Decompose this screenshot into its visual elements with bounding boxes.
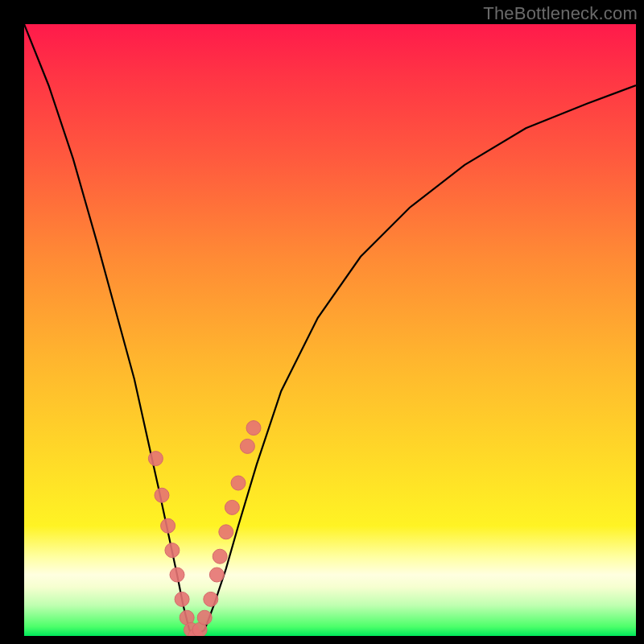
curve-marker xyxy=(161,518,175,533)
curve-markers xyxy=(148,421,261,636)
curve-marker xyxy=(175,592,189,606)
curve-marker xyxy=(197,610,212,625)
curve-marker xyxy=(155,488,169,502)
curve-marker xyxy=(148,452,163,466)
curve-marker xyxy=(170,568,184,582)
curve-marker xyxy=(213,549,227,564)
curve-marker xyxy=(165,543,180,558)
bottleneck-curve xyxy=(24,24,636,636)
curve-marker xyxy=(209,568,224,582)
plot-area xyxy=(24,24,636,636)
curve-marker xyxy=(246,421,261,436)
curve-marker xyxy=(231,476,246,490)
curve-marker xyxy=(219,525,233,539)
curve-marker xyxy=(204,592,218,606)
chart-frame: TheBottleneck.com xyxy=(0,0,644,644)
watermark-text: TheBottleneck.com xyxy=(483,3,638,24)
curve-marker xyxy=(240,439,254,453)
curve-marker xyxy=(225,500,239,514)
bottleneck-chart-svg xyxy=(24,24,636,636)
